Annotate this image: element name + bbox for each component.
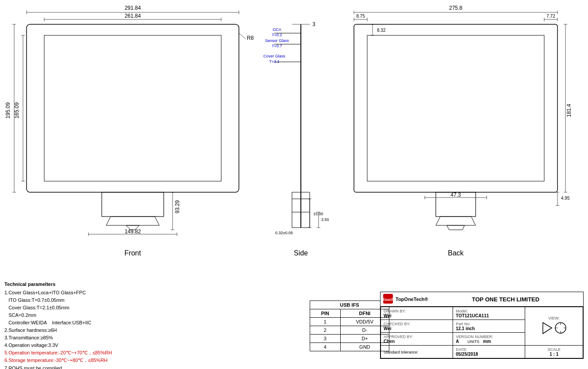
svg-text:8.32: 8.32 xyxy=(377,28,386,33)
svg-marker-21 xyxy=(106,217,159,225)
drawn-by-value: Wei xyxy=(384,313,392,318)
tb-version: VERSION NUMBER: A UNITS mm xyxy=(453,333,525,346)
brand-logo: Touch xyxy=(383,294,393,304)
part-value: 12.1 inch xyxy=(456,326,475,331)
title-block: Touch TopOneTech® TOP ONE TECH LIMITED D… xyxy=(380,292,584,359)
svg-text:15.00: 15.00 xyxy=(313,212,323,216)
svg-text:275.8: 275.8 xyxy=(449,5,462,11)
svg-text:OCA: OCA xyxy=(273,27,281,32)
svg-rect-20 xyxy=(102,192,164,217)
svg-text:Touch: Touch xyxy=(383,297,393,302)
checked-by-value: Wei xyxy=(384,326,392,331)
tech-param-1a: ITO Glass:T=0.7±0.05mm xyxy=(4,297,181,304)
svg-text:165.09: 165.09 xyxy=(14,102,20,118)
view-label: VIEW: xyxy=(549,316,560,320)
title-row-4: Standard tolerance: DATE: 05/25/2018 SCA… xyxy=(381,346,583,358)
tech-param-2: 2.Surface hardness:≥6H xyxy=(4,327,181,334)
tech-param-3: 3.Transmittance:≥85% xyxy=(4,334,181,342)
tech-param-1c: SCA=0.2mm xyxy=(4,312,181,319)
view-icons xyxy=(541,320,567,336)
svg-text:0.32±0.05: 0.32±0.05 xyxy=(275,231,293,235)
scale-value: 1 : 1 xyxy=(550,352,558,357)
approved-value: Chen xyxy=(384,339,395,344)
brand-full-name: TopOneTech® xyxy=(396,297,428,302)
svg-text:Front: Front xyxy=(124,249,141,257)
tech-param-7: 7.ROHS must be complied xyxy=(4,365,181,369)
tech-param-5: 5.Operation temperature:-20℃~+70℃，≤85%RH xyxy=(4,349,181,357)
svg-text:Sensor Glass: Sensor Glass xyxy=(265,38,289,43)
tolerance-label: Standard tolerance: xyxy=(384,350,419,354)
tb-scale: SCALE 1 : 1 xyxy=(525,346,583,358)
technical-drawing: 291.84 261.84 R8 195.09 165.09 xyxy=(0,0,588,283)
svg-text:149.82: 149.82 xyxy=(125,228,141,235)
tb-drawn-by-label: DRAWN BY: Wei xyxy=(381,307,453,320)
drawn-by-label: DRAWN BY: xyxy=(384,309,406,313)
tech-param-1d: Controller:WEIDA Interface:USB+IIC xyxy=(4,319,181,327)
main-container: 291.84 261.84 R8 195.09 165.09 xyxy=(0,0,588,369)
usb-ifs-title: USB IFS xyxy=(310,301,389,309)
usb-pin-3: 3 xyxy=(310,335,341,343)
usb-row-2: 2 D- xyxy=(310,326,389,335)
tb-tolerance: Standard tolerance: xyxy=(381,346,453,358)
tech-param-1: 1.Cover Glass+Loca+ITO Glass+FPC xyxy=(4,289,181,297)
checked-by-label: CHECKED BY: xyxy=(384,322,411,326)
tech-params: Technical paramelters 1.Cover Glass+Loca… xyxy=(4,281,181,369)
title-row-1: DRAWN BY: Wei Model: TOT121UCA111 VIEW: xyxy=(381,307,583,320)
svg-rect-11 xyxy=(44,35,221,181)
date-label: DATE: xyxy=(456,347,467,352)
tech-param-4: 4.Operation voltage:3.3V xyxy=(4,342,181,349)
svg-marker-93 xyxy=(543,323,552,334)
svg-marker-84 xyxy=(436,217,476,225)
svg-text:T=0.7: T=0.7 xyxy=(272,44,282,48)
usb-pin-2: 2 xyxy=(310,326,341,335)
svg-text:261.84: 261.84 xyxy=(125,13,141,19)
svg-text:T=2.1: T=2.1 xyxy=(269,59,279,64)
version-value: A UNITS mm xyxy=(456,339,491,344)
usb-pin-4: 4 xyxy=(310,343,341,351)
svg-text:7.72: 7.72 xyxy=(546,14,555,19)
svg-rect-10 xyxy=(27,24,239,192)
usb-row-4: 4 GND xyxy=(310,343,389,351)
svg-rect-69 xyxy=(354,24,557,192)
title-block-header: Touch TopOneTech® TOP ONE TECH LIMITED xyxy=(380,292,583,307)
scale-label: SCALE xyxy=(547,347,561,352)
svg-marker-85 xyxy=(447,225,465,230)
version-label: VERSION NUMBER: xyxy=(456,335,493,339)
model-value: TOT121UCA111 xyxy=(456,313,489,318)
tb-approved: APPROVED BY: Chen xyxy=(381,333,453,346)
usb-table-container: USB IFS PIN DFNI 1 VDD/5V 2 D- 3 D xyxy=(310,301,389,351)
date-value: 05/25/2018 xyxy=(456,352,478,357)
tb-part: Part No: 12.1 inch xyxy=(453,320,525,333)
tb-date: DATE: 05/25/2018 xyxy=(453,346,525,358)
svg-rect-70 xyxy=(367,35,544,181)
approved-label: APPROVED BY: xyxy=(384,335,413,339)
svg-text:Cover Glass: Cover Glass xyxy=(263,54,285,58)
tb-model: Model: TOT121UCA111 xyxy=(453,307,525,320)
company-name: TOP ONE TECH LIMITED xyxy=(431,296,580,303)
title-block-table: DRAWN BY: Wei Model: TOT121UCA111 VIEW: xyxy=(380,307,583,358)
tech-param-6: 6.Storage temperature:-30℃~+80℃，≤85%RH xyxy=(4,357,181,364)
units-label: UNITS xyxy=(468,339,480,344)
tb-checked-by: CHECKED BY: Wei xyxy=(381,320,453,333)
tech-param-1b: Cover Glass:T=2.1±0.05mm xyxy=(4,304,181,312)
svg-text:291.84: 291.84 xyxy=(125,5,141,11)
svg-text:181.4: 181.4 xyxy=(566,104,572,117)
svg-text:93.29: 93.29 xyxy=(174,200,181,213)
svg-text:47.3: 47.3 xyxy=(450,192,461,198)
tb-view: VIEW: xyxy=(525,307,583,346)
svg-text:3.50: 3.50 xyxy=(321,217,329,222)
svg-text:Back: Back xyxy=(448,249,464,257)
usb-table: USB IFS PIN DFNI 1 VDD/5V 2 D- 3 D xyxy=(310,301,389,351)
usb-pin-1: 1 xyxy=(310,318,341,326)
model-label: Model: xyxy=(456,309,468,313)
usb-row-3: 3 D+ xyxy=(310,335,389,343)
svg-text:Side: Side xyxy=(294,249,308,257)
usb-col-pin: PIN xyxy=(310,309,341,318)
svg-text:8.75: 8.75 xyxy=(356,14,365,19)
part-label: Part No: xyxy=(456,322,470,326)
svg-text:195.09: 195.09 xyxy=(5,102,11,118)
tech-params-title: Technical paramelters xyxy=(4,281,181,288)
svg-text:T=0.2: T=0.2 xyxy=(272,33,282,37)
svg-text:3: 3 xyxy=(312,21,315,27)
svg-text:4.95: 4.95 xyxy=(561,196,570,201)
